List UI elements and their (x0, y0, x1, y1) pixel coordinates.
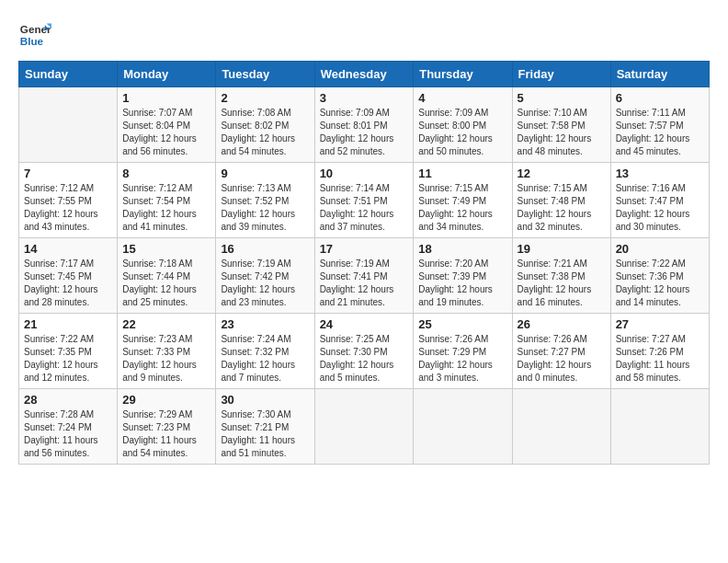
day-info: Sunrise: 7:09 AM Sunset: 8:00 PM Dayligh… (418, 107, 506, 158)
day-of-week-header: Saturday (610, 62, 709, 87)
day-number: 10 (320, 167, 409, 180)
calendar-day-cell: 16Sunrise: 7:19 AM Sunset: 7:42 PM Dayli… (216, 238, 314, 314)
calendar-day-cell: 29Sunrise: 7:29 AM Sunset: 7:23 PM Dayli… (118, 389, 216, 465)
day-info: Sunrise: 7:15 AM Sunset: 7:48 PM Dayligh… (518, 182, 606, 234)
day-number: 1 (122, 91, 210, 105)
calendar-day-cell: 28Sunrise: 7:28 AM Sunset: 7:24 PM Dayli… (19, 389, 118, 465)
day-info: Sunrise: 7:10 AM Sunset: 7:58 PM Dayligh… (518, 107, 606, 158)
day-of-week-header: Wednesday (314, 62, 414, 87)
calendar-day-cell: 27Sunrise: 7:27 AM Sunset: 7:26 PM Dayli… (610, 314, 709, 389)
day-info: Sunrise: 7:25 AM Sunset: 7:30 PM Dayligh… (320, 333, 409, 385)
calendar-day-cell: 2Sunrise: 7:08 AM Sunset: 8:02 PM Daylig… (216, 87, 314, 163)
page-header: General Blue (18, 18, 710, 52)
day-info: Sunrise: 7:26 AM Sunset: 7:29 PM Dayligh… (418, 333, 506, 385)
calendar-day-cell: 11Sunrise: 7:15 AM Sunset: 7:49 PM Dayli… (414, 163, 512, 238)
days-header-row: SundayMondayTuesdayWednesdayThursdayFrid… (19, 62, 710, 87)
day-number: 22 (122, 317, 210, 331)
calendar-day-cell: 1Sunrise: 7:07 AM Sunset: 8:04 PM Daylig… (118, 87, 216, 163)
day-number: 15 (122, 242, 210, 256)
calendar-week-row: 14Sunrise: 7:17 AM Sunset: 7:45 PM Dayli… (19, 238, 710, 314)
day-info: Sunrise: 7:18 AM Sunset: 7:44 PM Dayligh… (122, 258, 210, 309)
day-number: 23 (221, 317, 309, 331)
day-info: Sunrise: 7:11 AM Sunset: 7:57 PM Dayligh… (616, 107, 704, 158)
calendar-day-cell: 10Sunrise: 7:14 AM Sunset: 7:51 PM Dayli… (314, 163, 414, 238)
calendar-day-cell: 13Sunrise: 7:16 AM Sunset: 7:47 PM Dayli… (610, 163, 709, 238)
day-number: 26 (518, 317, 606, 331)
calendar-day-cell: 4Sunrise: 7:09 AM Sunset: 8:00 PM Daylig… (414, 87, 512, 163)
day-of-week-header: Tuesday (216, 62, 314, 87)
day-info: Sunrise: 7:13 AM Sunset: 7:52 PM Dayligh… (221, 182, 309, 234)
calendar-table: SundayMondayTuesdayWednesdayThursdayFrid… (18, 61, 710, 465)
day-info: Sunrise: 7:29 AM Sunset: 7:23 PM Dayligh… (122, 408, 210, 460)
day-number: 2 (221, 91, 309, 105)
calendar-day-cell: 9Sunrise: 7:13 AM Sunset: 7:52 PM Daylig… (216, 163, 314, 238)
calendar-day-cell (512, 389, 610, 465)
day-info: Sunrise: 7:15 AM Sunset: 7:49 PM Dayligh… (418, 182, 506, 234)
day-info: Sunrise: 7:17 AM Sunset: 7:45 PM Dayligh… (24, 258, 112, 309)
day-info: Sunrise: 7:28 AM Sunset: 7:24 PM Dayligh… (24, 408, 112, 460)
calendar-day-cell: 8Sunrise: 7:12 AM Sunset: 7:54 PM Daylig… (118, 163, 216, 238)
day-number: 28 (24, 393, 112, 407)
calendar-day-cell: 20Sunrise: 7:22 AM Sunset: 7:36 PM Dayli… (610, 238, 709, 314)
calendar-week-row: 1Sunrise: 7:07 AM Sunset: 8:04 PM Daylig… (19, 87, 710, 163)
calendar-day-cell: 30Sunrise: 7:30 AM Sunset: 7:21 PM Dayli… (216, 389, 314, 465)
calendar-day-cell: 15Sunrise: 7:18 AM Sunset: 7:44 PM Dayli… (118, 238, 216, 314)
day-number: 14 (24, 242, 112, 256)
day-number: 6 (616, 91, 704, 105)
logo: General Blue (18, 18, 51, 52)
day-number: 24 (320, 317, 409, 331)
day-info: Sunrise: 7:21 AM Sunset: 7:38 PM Dayligh… (518, 258, 606, 309)
calendar-day-cell (414, 389, 512, 465)
calendar-day-cell: 19Sunrise: 7:21 AM Sunset: 7:38 PM Dayli… (512, 238, 610, 314)
day-number: 21 (24, 317, 112, 331)
day-number: 17 (320, 242, 409, 256)
day-info: Sunrise: 7:08 AM Sunset: 8:02 PM Dayligh… (221, 107, 309, 158)
day-info: Sunrise: 7:07 AM Sunset: 8:04 PM Dayligh… (122, 107, 210, 158)
calendar-week-row: 28Sunrise: 7:28 AM Sunset: 7:24 PM Dayli… (19, 389, 710, 465)
day-number: 19 (518, 242, 606, 256)
day-number: 7 (24, 167, 112, 180)
svg-text:Blue: Blue (20, 35, 44, 47)
calendar-day-cell: 7Sunrise: 7:12 AM Sunset: 7:55 PM Daylig… (19, 163, 118, 238)
calendar-day-cell: 21Sunrise: 7:22 AM Sunset: 7:35 PM Dayli… (19, 314, 118, 389)
calendar-day-cell (610, 389, 709, 465)
calendar-week-row: 21Sunrise: 7:22 AM Sunset: 7:35 PM Dayli… (19, 314, 710, 389)
day-number: 8 (122, 167, 210, 180)
calendar-day-cell: 23Sunrise: 7:24 AM Sunset: 7:32 PM Dayli… (216, 314, 314, 389)
day-of-week-header: Friday (512, 62, 610, 87)
calendar-day-cell: 12Sunrise: 7:15 AM Sunset: 7:48 PM Dayli… (512, 163, 610, 238)
calendar-day-cell: 17Sunrise: 7:19 AM Sunset: 7:41 PM Dayli… (314, 238, 414, 314)
day-number: 9 (221, 167, 309, 180)
calendar-day-cell: 26Sunrise: 7:26 AM Sunset: 7:27 PM Dayli… (512, 314, 610, 389)
calendar-day-cell (19, 87, 118, 163)
day-number: 3 (320, 91, 409, 105)
day-number: 16 (221, 242, 309, 256)
calendar-day-cell: 22Sunrise: 7:23 AM Sunset: 7:33 PM Dayli… (118, 314, 216, 389)
day-info: Sunrise: 7:22 AM Sunset: 7:35 PM Dayligh… (24, 333, 112, 385)
day-number: 11 (418, 167, 506, 180)
day-info: Sunrise: 7:24 AM Sunset: 7:32 PM Dayligh… (221, 333, 309, 385)
calendar-day-cell: 6Sunrise: 7:11 AM Sunset: 7:57 PM Daylig… (610, 87, 709, 163)
day-info: Sunrise: 7:14 AM Sunset: 7:51 PM Dayligh… (320, 182, 409, 234)
calendar-body: 1Sunrise: 7:07 AM Sunset: 8:04 PM Daylig… (19, 87, 710, 465)
calendar-day-cell: 14Sunrise: 7:17 AM Sunset: 7:45 PM Dayli… (19, 238, 118, 314)
day-info: Sunrise: 7:19 AM Sunset: 7:41 PM Dayligh… (320, 258, 409, 309)
calendar-day-cell: 3Sunrise: 7:09 AM Sunset: 8:01 PM Daylig… (314, 87, 414, 163)
logo-icon: General Blue (18, 18, 51, 52)
calendar-day-cell: 24Sunrise: 7:25 AM Sunset: 7:30 PM Dayli… (314, 314, 414, 389)
day-number: 20 (616, 242, 704, 256)
day-info: Sunrise: 7:16 AM Sunset: 7:47 PM Dayligh… (616, 182, 704, 234)
calendar-day-cell: 25Sunrise: 7:26 AM Sunset: 7:29 PM Dayli… (414, 314, 512, 389)
day-info: Sunrise: 7:30 AM Sunset: 7:21 PM Dayligh… (221, 408, 309, 460)
day-of-week-header: Monday (118, 62, 216, 87)
day-number: 29 (122, 393, 210, 407)
day-number: 5 (518, 91, 606, 105)
calendar-day-cell: 5Sunrise: 7:10 AM Sunset: 7:58 PM Daylig… (512, 87, 610, 163)
day-info: Sunrise: 7:19 AM Sunset: 7:42 PM Dayligh… (221, 258, 309, 309)
day-of-week-header: Thursday (414, 62, 512, 87)
day-info: Sunrise: 7:12 AM Sunset: 7:55 PM Dayligh… (24, 182, 112, 234)
day-of-week-header: Sunday (19, 62, 118, 87)
day-info: Sunrise: 7:12 AM Sunset: 7:54 PM Dayligh… (122, 182, 210, 234)
calendar-week-row: 7Sunrise: 7:12 AM Sunset: 7:55 PM Daylig… (19, 163, 710, 238)
day-number: 12 (518, 167, 606, 180)
